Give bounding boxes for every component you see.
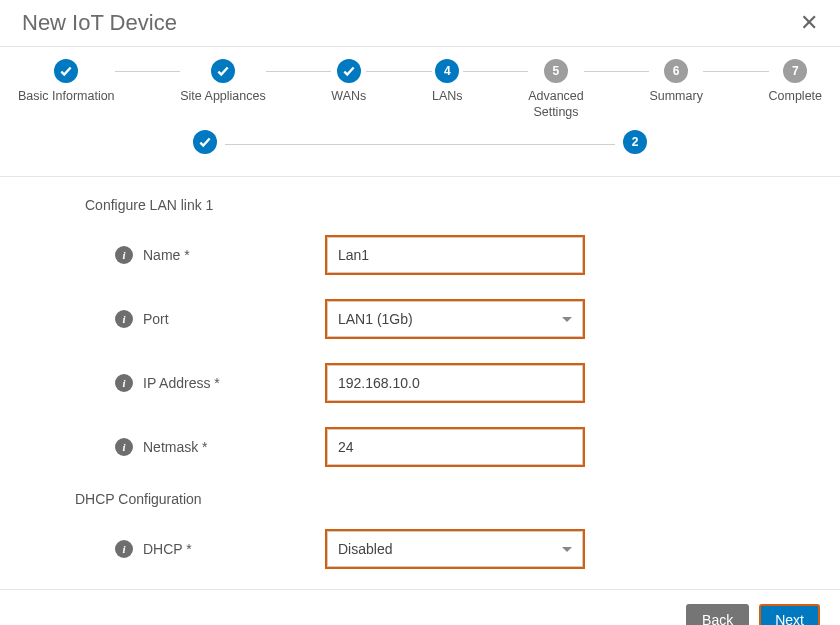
info-icon[interactable]: i — [115, 246, 133, 264]
sub-step-2[interactable]: 2 — [623, 130, 647, 160]
dhcp-select[interactable]: Disabled — [327, 531, 583, 567]
check-icon — [54, 59, 78, 83]
step-site-appliances[interactable]: Site Appliances — [180, 59, 265, 105]
input-highlight — [325, 427, 585, 467]
step-label: Summary — [649, 89, 702, 105]
select-value: Disabled — [338, 541, 392, 557]
chevron-down-icon — [562, 317, 572, 322]
step-connector — [266, 71, 332, 72]
step-lans[interactable]: 4 LANs — [432, 59, 463, 105]
label-cell: i IP Address * — [85, 374, 325, 392]
input-highlight: LAN1 (1Gb) — [325, 299, 585, 339]
step-number: 6 — [664, 59, 688, 83]
field-label: IP Address * — [143, 375, 220, 391]
info-icon[interactable]: i — [115, 374, 133, 392]
label-cell: i Port — [85, 310, 325, 328]
info-icon[interactable]: i — [115, 540, 133, 558]
step-basic-information[interactable]: Basic Information — [18, 59, 115, 105]
section-heading: Configure LAN link 1 — [85, 197, 820, 213]
field-label: Name * — [143, 247, 190, 263]
row-name: i Name * — [85, 235, 820, 275]
step-label: Site Appliances — [180, 89, 265, 105]
info-icon[interactable]: i — [115, 438, 133, 456]
close-icon[interactable]: ✕ — [800, 10, 818, 36]
step-advanced-settings[interactable]: 5 AdvancedSettings — [528, 59, 584, 120]
step-connector — [115, 71, 181, 72]
dialog-title: New IoT Device — [22, 10, 177, 36]
name-input[interactable] — [327, 237, 583, 273]
step-connector — [463, 71, 529, 72]
check-icon — [337, 59, 361, 83]
check-icon — [193, 130, 217, 154]
select-value: LAN1 (1Gb) — [338, 311, 413, 327]
step-connector — [584, 71, 650, 72]
dialog-footer: Back Next — [0, 589, 840, 625]
label-cell: i Netmask * — [85, 438, 325, 456]
sub-stepper: 2 — [0, 128, 840, 177]
step-complete[interactable]: 7 Complete — [769, 59, 823, 105]
row-port: i Port LAN1 (1Gb) — [85, 299, 820, 339]
field-label: DHCP * — [143, 541, 192, 557]
form-area: Configure LAN link 1 i Name * i Port LAN… — [0, 177, 840, 589]
input-highlight — [325, 363, 585, 403]
label-cell: i DHCP * — [85, 540, 325, 558]
sub-step-1[interactable] — [193, 130, 217, 160]
step-number: 2 — [623, 130, 647, 154]
row-netmask: i Netmask * — [85, 427, 820, 467]
step-number: 7 — [783, 59, 807, 83]
step-label: LANs — [432, 89, 463, 105]
info-icon[interactable]: i — [115, 310, 133, 328]
check-icon — [211, 59, 235, 83]
step-connector — [225, 144, 615, 145]
row-ip: i IP Address * — [85, 363, 820, 403]
port-select[interactable]: LAN1 (1Gb) — [327, 301, 583, 337]
step-wans[interactable]: WANs — [331, 59, 366, 105]
step-connector — [703, 71, 769, 72]
field-label: Port — [143, 311, 169, 327]
field-label: Netmask * — [143, 439, 208, 455]
input-highlight — [325, 235, 585, 275]
step-summary[interactable]: 6 Summary — [649, 59, 702, 105]
ip-address-input[interactable] — [327, 365, 583, 401]
wizard-stepper: Basic Information Site Appliances WANs 4… — [0, 47, 840, 128]
next-button[interactable]: Next — [759, 604, 820, 625]
dhcp-heading: DHCP Configuration — [75, 491, 820, 507]
step-connector — [366, 71, 432, 72]
label-cell: i Name * — [85, 246, 325, 264]
dialog-header: New IoT Device ✕ — [0, 0, 840, 47]
input-highlight: Disabled — [325, 529, 585, 569]
step-label: Basic Information — [18, 89, 115, 105]
netmask-input[interactable] — [327, 429, 583, 465]
step-label: WANs — [331, 89, 366, 105]
row-dhcp: i DHCP * Disabled — [85, 529, 820, 569]
step-label: AdvancedSettings — [528, 89, 584, 120]
chevron-down-icon — [562, 547, 572, 552]
step-label: Complete — [769, 89, 823, 105]
step-number: 4 — [435, 59, 459, 83]
back-button[interactable]: Back — [686, 604, 749, 625]
step-number: 5 — [544, 59, 568, 83]
